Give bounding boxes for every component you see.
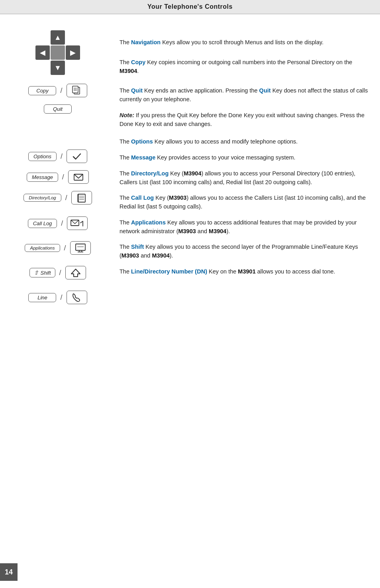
calllog-key-name: Call Log bbox=[131, 195, 154, 201]
nav-center bbox=[51, 45, 65, 60]
message-icon bbox=[68, 170, 89, 184]
shift-key-row: ⇧ Shift / bbox=[29, 266, 86, 279]
m3901: M3901 bbox=[238, 268, 255, 275]
applications-key-row: Applications / bbox=[25, 241, 90, 255]
desc-navigation: The Navigation Keys allow you to scroll … bbox=[119, 38, 368, 47]
svg-marker-17 bbox=[71, 269, 80, 277]
page-number: 14 bbox=[0, 563, 18, 581]
calllog-key-row: Call Log / bbox=[28, 216, 88, 230]
desc-shift: The Shift Key allows you to access the s… bbox=[119, 243, 368, 260]
line-icon bbox=[67, 291, 87, 304]
message-label: Message bbox=[27, 173, 58, 182]
note-label: Note: bbox=[119, 112, 134, 118]
message-key-row: Message / bbox=[27, 170, 89, 184]
svg-rect-6 bbox=[78, 194, 85, 202]
checkmark-svg bbox=[71, 151, 82, 161]
m3903-1: M3903 bbox=[169, 195, 186, 201]
m3903-2: M3903 bbox=[178, 228, 196, 234]
shift-icon bbox=[65, 266, 86, 279]
copy-key-name: Copy bbox=[131, 59, 145, 65]
line-key-row: Line / bbox=[28, 291, 87, 304]
message-key-name: Message bbox=[131, 154, 155, 161]
options-label: Options bbox=[28, 152, 57, 161]
m3904-1: M3904 bbox=[119, 68, 137, 74]
applications-key-name: Applications bbox=[131, 219, 166, 226]
copy-divider: / bbox=[60, 87, 62, 95]
shift-svg bbox=[70, 267, 82, 278]
nav-right-btn[interactable]: ▶ bbox=[66, 45, 80, 60]
envelope-svg bbox=[73, 172, 84, 182]
options-key-name: Options bbox=[131, 138, 153, 145]
directorylog-icon bbox=[71, 191, 92, 205]
options-key-row: Options / bbox=[28, 149, 87, 163]
line-key-name: Line/Directory Number (DN) bbox=[131, 268, 207, 275]
directorylog-label: Directory/Log bbox=[24, 194, 61, 202]
copy-svg bbox=[71, 85, 82, 96]
page-header: Your Telephone's Controls bbox=[0, 0, 380, 14]
quit-label: Quit bbox=[44, 104, 72, 114]
applications-icon bbox=[70, 241, 91, 255]
desc-note: Note: If you press the Quit Key before t… bbox=[119, 111, 368, 129]
right-column: The Navigation Keys allow you to scroll … bbox=[116, 22, 380, 311]
m3903-3: M3903 bbox=[121, 252, 139, 259]
calllog-svg bbox=[70, 218, 84, 228]
message-divider: / bbox=[62, 173, 64, 181]
calllog-label: Call Log bbox=[28, 219, 57, 228]
copy-icon bbox=[67, 84, 87, 97]
nav-up-btn[interactable]: ▲ bbox=[51, 30, 65, 45]
applications-label: Applications bbox=[25, 244, 60, 252]
nav-cluster-icon: ▲ ◀ ▶ ▼ bbox=[35, 30, 80, 75]
quit-key-name: Quit bbox=[131, 87, 143, 94]
desc-options: The Options Key allows you to access and… bbox=[119, 138, 368, 146]
left-column: ▲ ◀ ▶ ▼ Copy / bbox=[0, 22, 116, 311]
phone-svg bbox=[71, 292, 83, 303]
nav-left-btn[interactable]: ◀ bbox=[35, 45, 50, 60]
desc-applications: The Applications Key allows you to acces… bbox=[119, 218, 368, 236]
shift-label: ⇧ Shift bbox=[29, 268, 55, 277]
desc-copy: The Copy Key copies incoming or outgoing… bbox=[119, 58, 368, 76]
nav-down-btn[interactable]: ▼ bbox=[51, 61, 65, 75]
monitor-svg bbox=[74, 243, 86, 253]
page-title: Your Telephone's Controls bbox=[147, 3, 233, 10]
desc-quit: The Quit Key ends an active application.… bbox=[119, 87, 368, 104]
line-divider: / bbox=[60, 293, 62, 302]
copy-label: Copy bbox=[28, 86, 56, 95]
options-divider: / bbox=[61, 152, 63, 161]
quit-key-row: Quit bbox=[44, 104, 72, 114]
desc-message: The Message Key provides access to your … bbox=[119, 153, 368, 162]
book-svg bbox=[76, 193, 87, 203]
options-icon bbox=[67, 149, 87, 163]
desc-directorylog: The Directory/Log Key (M3904) allows you… bbox=[119, 169, 368, 187]
copy-key-row: Copy / bbox=[28, 84, 87, 97]
quit-key-name-2: Quit bbox=[259, 87, 271, 94]
svg-rect-12 bbox=[76, 244, 85, 250]
applications-divider: / bbox=[64, 244, 66, 252]
nav-key-row: ▲ ◀ ▶ ▼ bbox=[35, 30, 80, 75]
shift-key-name: Shift bbox=[131, 244, 144, 250]
line-label: Line bbox=[28, 293, 56, 302]
desc-calllog: The Call Log Key (M3903) allows you to a… bbox=[119, 194, 368, 211]
navigation-key-name: Navigation bbox=[131, 39, 161, 45]
content-area: ▲ ◀ ▶ ▼ Copy / bbox=[0, 14, 380, 335]
directorylog-key-name: Directory/Log bbox=[131, 170, 168, 177]
calllog-divider: / bbox=[61, 219, 63, 228]
m3904-4: M3904 bbox=[152, 252, 169, 259]
directorylog-key-row: Directory/Log / bbox=[24, 191, 92, 205]
desc-line: The Line/Directory Number (DN) Key on th… bbox=[119, 267, 368, 276]
directorylog-divider: / bbox=[65, 194, 67, 202]
m3904-2: M3904 bbox=[184, 170, 201, 177]
shift-divider: / bbox=[59, 269, 61, 277]
shift-up-icon: ⇧ bbox=[34, 269, 39, 276]
calllog-icon bbox=[67, 216, 88, 230]
m3904-3: M3904 bbox=[209, 228, 226, 234]
